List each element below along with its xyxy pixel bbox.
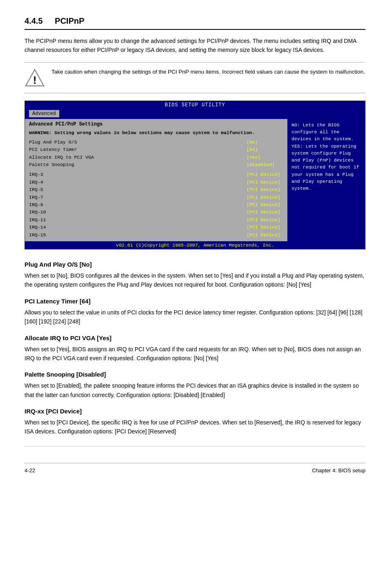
subsection-title-irqxx: IRQ-xx [PCI Device] [25, 408, 365, 415]
bios-value-latency: [64] [247, 146, 283, 153]
bios-warning: WARNING: Setting wrong values in below s… [29, 130, 283, 136]
bios-section-title: Advanced PCI/PnP Settings [29, 121, 283, 127]
section-name: PCIPnP [55, 16, 84, 25]
bios-value-palette: [Disabled] [247, 161, 283, 168]
bios-setting-row: Plug And Play O/S [No] [29, 139, 283, 146]
bios-irq-row: IRQ-4 [PCI Device] [29, 179, 283, 186]
bios-label-palette: Palette Snooping [29, 161, 247, 168]
bios-irq-row: IRQ-9 [PCI Device] [29, 201, 283, 209]
bios-nav-advanced[interactable]: Advanced [29, 110, 59, 117]
subsection-palette: Palette Snooping [Disabled] When set to … [25, 371, 365, 399]
subsection-text-allocirq: When set to [Yes], BIOS assigns an IRQ t… [25, 345, 365, 363]
section-number: 4.4.5 [25, 16, 43, 25]
bios-settings: Plug And Play O/S [No] PCI Latency Timer… [29, 139, 283, 169]
subsection-title-palette: Palette Snooping [Disabled] [25, 371, 365, 378]
bios-irq-row: IRQ-10 [PCI Device] [29, 209, 283, 216]
subsection-title-latency: PCI Latency Timer [64] [25, 298, 365, 305]
caution-icon: ! [25, 67, 45, 88]
bios-irq-row: IRQ-14 [PCI Device] [29, 224, 283, 231]
bios-label-allocirq: Allocate IRQ to PCI VGA [29, 154, 247, 161]
caution-text: Take caution when changing the settings … [52, 67, 365, 76]
bios-footer: v02.61 (C)Copyright 1985-2007, American … [25, 241, 365, 249]
chapter-label: Chapter 4: BIOS setup [312, 467, 365, 474]
bios-setting-row: Palette Snooping [Disabled] [29, 161, 283, 168]
section-title: 4.4.5 PCIPnP [25, 16, 365, 30]
caution-box: ! Take caution when changing the setting… [25, 62, 365, 93]
bios-irq-section: IRQ-3 [PCI Device] IRQ-4 [PCI Device] IR… [29, 171, 283, 239]
bios-nav-bar: Advanced [25, 109, 365, 119]
bios-title: BIOS SETUP UTILITY [25, 101, 365, 109]
bios-irq-row: IRQ-15 [PCI Device] [29, 231, 283, 239]
bios-left-panel: Advanced PCI/PnP Settings WARNING: Setti… [25, 119, 287, 241]
bios-irq-row: IRQ-5 [PCI Device] [29, 186, 283, 193]
subsection-latency: PCI Latency Timer [64] Allows you to sel… [25, 298, 365, 326]
bios-label-plugplay: Plug And Play O/S [29, 139, 247, 146]
bios-setting-row: PCI Latency Timer [64] [29, 146, 283, 153]
bios-right-panel: NO: Lets the BIOS configure all the devi… [287, 119, 365, 241]
bios-irq-row: IRQ-7 [PCI Device] [29, 194, 283, 201]
bios-value-plugplay: [No] [247, 139, 283, 146]
subsection-title-allocirq: Allocate IRQ to PCI VGA [Yes] [25, 334, 365, 341]
page-number: 4-22 [25, 467, 35, 474]
subsection-title-plugplay: Plug And Play O/S [No] [25, 261, 365, 268]
subsection-plugplay: Plug And Play O/S [No] When set to [No],… [25, 261, 365, 290]
page-footer: 4-22 Chapter 4: BIOS setup [25, 463, 365, 474]
subsection-text-latency: Allows you to select the value in units … [25, 308, 365, 326]
intro-text: The PCIPnP menu items allow you to chang… [25, 36, 365, 55]
page-divider [25, 446, 365, 447]
bios-irq-row: IRQ-3 [PCI Device] [29, 171, 283, 178]
svg-text:!: ! [33, 74, 37, 86]
bios-value-allocirq: [Yes] [247, 154, 283, 161]
subsection-text-irqxx: When set to [PCI Device], the specific I… [25, 418, 365, 436]
subsection-text-plugplay: When set to [No], BIOS configures all th… [25, 271, 365, 290]
subsection-irqxx: IRQ-xx [PCI Device] When set to [PCI Dev… [25, 408, 365, 436]
bios-setting-row: Allocate IRQ to PCI VGA [Yes] [29, 154, 283, 161]
bios-main-area: Advanced PCI/PnP Settings WARNING: Setti… [25, 119, 365, 241]
subsection-text-palette: When set to [Enabled], the pallete snoop… [25, 381, 365, 399]
subsection-allocirq: Allocate IRQ to PCI VGA [Yes] When set t… [25, 334, 365, 363]
bios-screen: BIOS SETUP UTILITY Advanced Advanced PCI… [25, 101, 365, 249]
bios-label-latency: PCI Latency Timer [29, 146, 247, 153]
bios-irq-row: IRQ-11 [PCI Device] [29, 216, 283, 224]
